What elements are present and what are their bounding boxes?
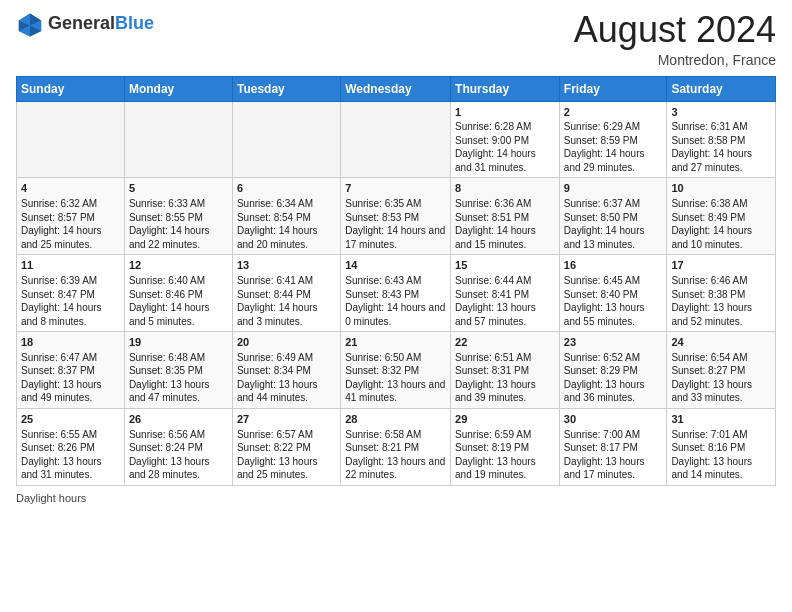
- day-info: Sunrise: 6:33 AM Sunset: 8:55 PM Dayligh…: [129, 197, 228, 251]
- day-info: Sunrise: 6:45 AM Sunset: 8:40 PM Dayligh…: [564, 274, 663, 328]
- logo-blue-text: Blue: [115, 13, 154, 33]
- day-number: 9: [564, 181, 663, 196]
- calendar-week-row: 18Sunrise: 6:47 AM Sunset: 8:37 PM Dayli…: [17, 332, 776, 409]
- table-row: 12Sunrise: 6:40 AM Sunset: 8:46 PM Dayli…: [124, 255, 232, 332]
- day-info: Sunrise: 6:48 AM Sunset: 8:35 PM Dayligh…: [129, 351, 228, 405]
- col-friday: Friday: [559, 76, 667, 101]
- table-row: 23Sunrise: 6:52 AM Sunset: 8:29 PM Dayli…: [559, 332, 667, 409]
- table-row: 10Sunrise: 6:38 AM Sunset: 8:49 PM Dayli…: [667, 178, 776, 255]
- table-row: [124, 101, 232, 178]
- table-row: 1Sunrise: 6:28 AM Sunset: 9:00 PM Daylig…: [451, 101, 560, 178]
- day-info: Sunrise: 7:00 AM Sunset: 8:17 PM Dayligh…: [564, 428, 663, 482]
- table-row: 3Sunrise: 6:31 AM Sunset: 8:58 PM Daylig…: [667, 101, 776, 178]
- day-info: Sunrise: 6:34 AM Sunset: 8:54 PM Dayligh…: [237, 197, 336, 251]
- day-number: 11: [21, 258, 120, 273]
- table-row: 15Sunrise: 6:44 AM Sunset: 8:41 PM Dayli…: [451, 255, 560, 332]
- day-info: Sunrise: 6:40 AM Sunset: 8:46 PM Dayligh…: [129, 274, 228, 328]
- table-row: 26Sunrise: 6:56 AM Sunset: 8:24 PM Dayli…: [124, 408, 232, 485]
- col-monday: Monday: [124, 76, 232, 101]
- day-number: 7: [345, 181, 446, 196]
- calendar-week-row: 25Sunrise: 6:55 AM Sunset: 8:26 PM Dayli…: [17, 408, 776, 485]
- table-row: 11Sunrise: 6:39 AM Sunset: 8:47 PM Dayli…: [17, 255, 125, 332]
- day-number: 6: [237, 181, 336, 196]
- day-info: Sunrise: 6:37 AM Sunset: 8:50 PM Dayligh…: [564, 197, 663, 251]
- col-tuesday: Tuesday: [232, 76, 340, 101]
- daylight-hours-label: Daylight hours: [16, 492, 86, 504]
- day-number: 4: [21, 181, 120, 196]
- day-info: Sunrise: 6:54 AM Sunset: 8:27 PM Dayligh…: [671, 351, 771, 405]
- day-info: Sunrise: 7:01 AM Sunset: 8:16 PM Dayligh…: [671, 428, 771, 482]
- table-row: 29Sunrise: 6:59 AM Sunset: 8:19 PM Dayli…: [451, 408, 560, 485]
- table-row: 18Sunrise: 6:47 AM Sunset: 8:37 PM Dayli…: [17, 332, 125, 409]
- day-number: 31: [671, 412, 771, 427]
- day-number: 14: [345, 258, 446, 273]
- table-row: 20Sunrise: 6:49 AM Sunset: 8:34 PM Dayli…: [232, 332, 340, 409]
- title-block: August 2024 Montredon, France: [574, 10, 776, 68]
- table-row: 30Sunrise: 7:00 AM Sunset: 8:17 PM Dayli…: [559, 408, 667, 485]
- col-saturday: Saturday: [667, 76, 776, 101]
- table-row: 6Sunrise: 6:34 AM Sunset: 8:54 PM Daylig…: [232, 178, 340, 255]
- table-row: 31Sunrise: 7:01 AM Sunset: 8:16 PM Dayli…: [667, 408, 776, 485]
- logo-general-text: General: [48, 13, 115, 33]
- footer: Daylight hours: [16, 492, 776, 504]
- col-sunday: Sunday: [17, 76, 125, 101]
- day-number: 29: [455, 412, 555, 427]
- table-row: 17Sunrise: 6:46 AM Sunset: 8:38 PM Dayli…: [667, 255, 776, 332]
- location: Montredon, France: [574, 52, 776, 68]
- table-row: 16Sunrise: 6:45 AM Sunset: 8:40 PM Dayli…: [559, 255, 667, 332]
- day-number: 18: [21, 335, 120, 350]
- calendar-week-row: 11Sunrise: 6:39 AM Sunset: 8:47 PM Dayli…: [17, 255, 776, 332]
- day-number: 8: [455, 181, 555, 196]
- day-number: 17: [671, 258, 771, 273]
- day-number: 16: [564, 258, 663, 273]
- day-info: Sunrise: 6:59 AM Sunset: 8:19 PM Dayligh…: [455, 428, 555, 482]
- day-info: Sunrise: 6:32 AM Sunset: 8:57 PM Dayligh…: [21, 197, 120, 251]
- table-row: [341, 101, 451, 178]
- day-number: 27: [237, 412, 336, 427]
- page: GeneralBlue August 2024 Montredon, Franc…: [0, 0, 792, 514]
- table-row: 25Sunrise: 6:55 AM Sunset: 8:26 PM Dayli…: [17, 408, 125, 485]
- table-row: 22Sunrise: 6:51 AM Sunset: 8:31 PM Dayli…: [451, 332, 560, 409]
- day-info: Sunrise: 6:28 AM Sunset: 9:00 PM Dayligh…: [455, 120, 555, 174]
- day-number: 15: [455, 258, 555, 273]
- day-info: Sunrise: 6:44 AM Sunset: 8:41 PM Dayligh…: [455, 274, 555, 328]
- day-info: Sunrise: 6:29 AM Sunset: 8:59 PM Dayligh…: [564, 120, 663, 174]
- day-number: 19: [129, 335, 228, 350]
- day-number: 25: [21, 412, 120, 427]
- day-number: 1: [455, 105, 555, 120]
- day-info: Sunrise: 6:52 AM Sunset: 8:29 PM Dayligh…: [564, 351, 663, 405]
- day-number: 13: [237, 258, 336, 273]
- day-info: Sunrise: 6:50 AM Sunset: 8:32 PM Dayligh…: [345, 351, 446, 405]
- table-row: 9Sunrise: 6:37 AM Sunset: 8:50 PM Daylig…: [559, 178, 667, 255]
- day-number: 2: [564, 105, 663, 120]
- day-number: 10: [671, 181, 771, 196]
- calendar-table: Sunday Monday Tuesday Wednesday Thursday…: [16, 76, 776, 486]
- day-info: Sunrise: 6:38 AM Sunset: 8:49 PM Dayligh…: [671, 197, 771, 251]
- table-row: [17, 101, 125, 178]
- day-number: 24: [671, 335, 771, 350]
- day-info: Sunrise: 6:56 AM Sunset: 8:24 PM Dayligh…: [129, 428, 228, 482]
- month-year: August 2024: [574, 10, 776, 50]
- table-row: [232, 101, 340, 178]
- day-info: Sunrise: 6:51 AM Sunset: 8:31 PM Dayligh…: [455, 351, 555, 405]
- day-number: 12: [129, 258, 228, 273]
- day-info: Sunrise: 6:31 AM Sunset: 8:58 PM Dayligh…: [671, 120, 771, 174]
- logo-icon: [16, 10, 44, 38]
- day-number: 21: [345, 335, 446, 350]
- table-row: 7Sunrise: 6:35 AM Sunset: 8:53 PM Daylig…: [341, 178, 451, 255]
- table-row: 8Sunrise: 6:36 AM Sunset: 8:51 PM Daylig…: [451, 178, 560, 255]
- day-number: 5: [129, 181, 228, 196]
- day-number: 26: [129, 412, 228, 427]
- col-wednesday: Wednesday: [341, 76, 451, 101]
- day-info: Sunrise: 6:55 AM Sunset: 8:26 PM Dayligh…: [21, 428, 120, 482]
- day-info: Sunrise: 6:57 AM Sunset: 8:22 PM Dayligh…: [237, 428, 336, 482]
- day-info: Sunrise: 6:49 AM Sunset: 8:34 PM Dayligh…: [237, 351, 336, 405]
- table-row: 2Sunrise: 6:29 AM Sunset: 8:59 PM Daylig…: [559, 101, 667, 178]
- day-number: 28: [345, 412, 446, 427]
- day-info: Sunrise: 6:36 AM Sunset: 8:51 PM Dayligh…: [455, 197, 555, 251]
- day-info: Sunrise: 6:41 AM Sunset: 8:44 PM Dayligh…: [237, 274, 336, 328]
- table-row: 27Sunrise: 6:57 AM Sunset: 8:22 PM Dayli…: [232, 408, 340, 485]
- day-number: 30: [564, 412, 663, 427]
- table-row: 4Sunrise: 6:32 AM Sunset: 8:57 PM Daylig…: [17, 178, 125, 255]
- day-info: Sunrise: 6:47 AM Sunset: 8:37 PM Dayligh…: [21, 351, 120, 405]
